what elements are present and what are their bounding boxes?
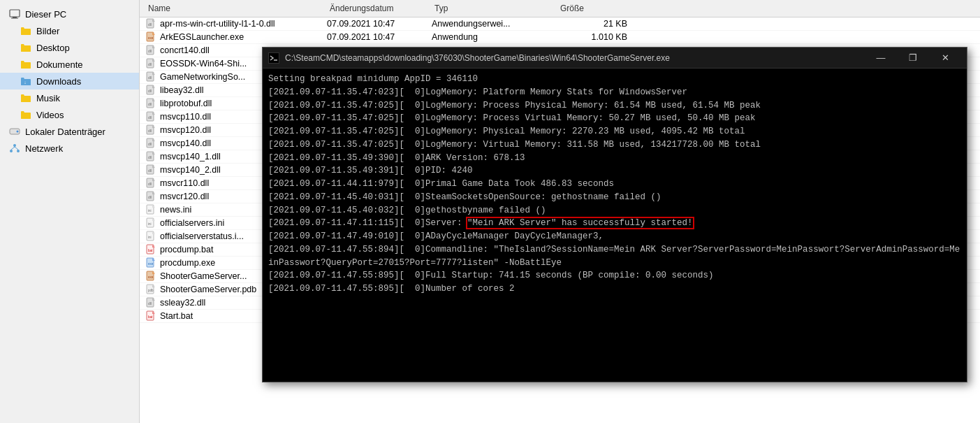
sidebar-item-label-musik: Musik [36,93,60,103]
sidebar-item-dieser-pc[interactable]: Dieser PC [0,6,139,22]
svg-text:exe: exe [148,36,154,40]
svg-text:ini: ini [148,222,152,226]
file-list-header-1[interactable]: Änderungsdatum [327,2,432,15]
cmd-line: [2021.09.07-11.44.11:979][ 0]Primal Game… [268,178,961,191]
cmd-line: [2021.09.07-11.45.40:031][ 0]SteamSocket… [268,191,961,204]
file-type-icon: exe [145,31,156,43]
table-row[interactable]: dllapr-ms-win-crt-utility-l1-1-0.dll07.0… [140,17,980,31]
svg-text:dll: dll [148,62,152,66]
file-name-text: msvcp110.dll [160,112,211,122]
file-type-icon: dll [145,191,156,202]
svg-text:dll: dll [148,76,152,80]
file-type-icon: ini [145,204,156,215]
cmd-line: [2021.09.07-11.35.49:390][ 0]ARK Version… [268,152,961,165]
file-name-text: Start.bat [160,311,193,321]
file-type-icon: exe [145,257,156,268]
file-type-icon: dll [145,164,156,175]
cmd-line: [2021.09.07-11.47.55:894][ 0]Commandline… [268,243,961,270]
file-size-cell: 1.010 KB [557,32,627,42]
folder-yellow-icon [20,41,32,54]
sidebar-item-musik[interactable]: Musik [0,89,139,106]
file-name-text: officialservers.ini [160,218,224,228]
cmd-body: Setting breakpad minidump AppID = 346110… [263,69,967,382]
table-row[interactable]: exeArkEGSLauncher.exe07.09.2021 10:47Anw… [140,31,980,44]
svg-text:dll: dll [148,89,152,93]
sidebar-item-label-videos: Videos [36,110,64,120]
file-type-icon: bat [145,244,156,255]
file-name-text: GameNetworkingSo... [160,72,245,82]
file-name-text: msvcp120.dll [160,125,211,135]
file-type-icon: dll [145,18,156,29]
file-name-text: ShooterGameServer.pdb [160,285,256,294]
svg-point-7 [10,150,13,152]
sidebar-item-label-bilder: Bilder [36,26,59,36]
cmd-line: [2021.09.07-11.35.47:025][ 0]LogMemory: … [268,138,961,152]
file-name-text: ShooterGameServer... [160,271,247,281]
svg-text:ini: ini [148,236,152,239]
file-name-text: msvcp140.dll [160,138,211,148]
svg-text:dll: dll [148,155,152,159]
file-type-icon: bat [145,310,156,322]
file-date-cell: 07.09.2021 10:47 [327,19,432,29]
file-name-cell: dllapr-ms-win-crt-utility-l1-1-0.dll [145,18,327,29]
file-list-header-2[interactable]: Typ [432,2,557,15]
svg-text:bat: bat [148,249,153,252]
sidebar-item-desktop[interactable]: Desktop [0,39,139,56]
file-list-header: NameÄnderungsdatumTypGröße [140,0,980,17]
sidebar-item-label-dieser-pc: Dieser PC [25,9,66,20]
file-size-cell: 21 KB [557,19,627,29]
file-type-icon: dll [145,98,156,109]
svg-text:pdb: pdb [148,289,154,292]
file-list-header-3[interactable]: Größe [557,2,627,15]
cmd-close-button[interactable]: ✕ [929,48,961,69]
file-name-text: msvcr110.dll [160,178,209,188]
svg-text:dll: dll [148,195,152,199]
svg-text:ini: ini [148,209,152,213]
sidebar-item-label-downloads: Downloads [36,76,81,87]
sidebar-item-bilder[interactable]: Bilder [0,22,139,39]
svg-text:dll: dll [148,49,152,53]
file-type-cell: Anwendungserwei... [432,19,557,29]
file-name-text: apr-ms-win-crt-utility-l1-1-0.dll [160,19,275,29]
file-type-icon: dll [145,178,156,189]
sidebar: Dieser PCBilderDesktopDokumente↓Download… [0,0,140,423]
svg-rect-0 [10,10,20,17]
folder-blue-icon: ↓ [20,75,32,87]
sidebar-item-label-lokaler-datentrager: Lokaler Datenträger [25,127,105,137]
cmd-title-icon [268,52,279,64]
svg-point-5 [17,131,19,133]
sidebar-item-videos[interactable]: Videos [0,106,139,123]
cmd-line: [2021.09.07-11.47.55:895][ 0]Full Startu… [268,269,961,282]
cmd-line: [2021.09.07-11.35.47:023][ 0]LogMemory: … [268,86,961,99]
sidebar-item-lokaler-datentrager[interactable]: Lokaler Datenträger [0,123,139,140]
file-list-header-0[interactable]: Name [145,2,327,15]
sidebar-item-label-netzwerk: Netzwerk [25,143,63,154]
file-type-cell: Anwendung [432,32,557,42]
file-name-text: ArkEGSLauncher.exe [160,32,244,42]
cmd-minimize-button[interactable]: — [865,48,897,69]
svg-line-9 [11,147,15,150]
svg-text:exe: exe [148,262,154,266]
file-name-text: news.ini [160,205,191,215]
svg-text:exe: exe [148,275,154,279]
file-name-text: officialserverstatus.i... [160,231,244,241]
file-type-icon: ini [145,231,156,242]
file-name-text: EOSSDK-Win64-Shi... [160,59,247,69]
file-name-text: msvcr120.dll [160,192,209,201]
file-type-icon: pdb [145,284,156,295]
file-name-text: ssleay32.dll [160,298,205,308]
file-name-text: concrt140.dll [160,45,210,55]
cmd-restore-button[interactable]: ❐ [897,48,929,69]
sidebar-item-netzwerk[interactable]: Netzwerk [0,140,139,157]
file-type-icon: dll [145,45,156,56]
file-type-icon: dll [145,71,156,83]
folder-yellow-icon [20,92,32,104]
svg-text:bat: bat [148,315,153,319]
file-name-text: libprotobuf.dll [160,99,212,108]
sidebar-item-downloads[interactable]: ↓Downloads [0,73,139,89]
file-type-icon: dll [145,85,156,96]
file-type-icon: exe [145,271,156,282]
cmd-line: [2021.09.07-11.35.47:025][ 0]LogMemory: … [268,99,961,113]
file-type-icon: dll [145,297,156,308]
sidebar-item-dokumente[interactable]: Dokumente [0,56,139,73]
